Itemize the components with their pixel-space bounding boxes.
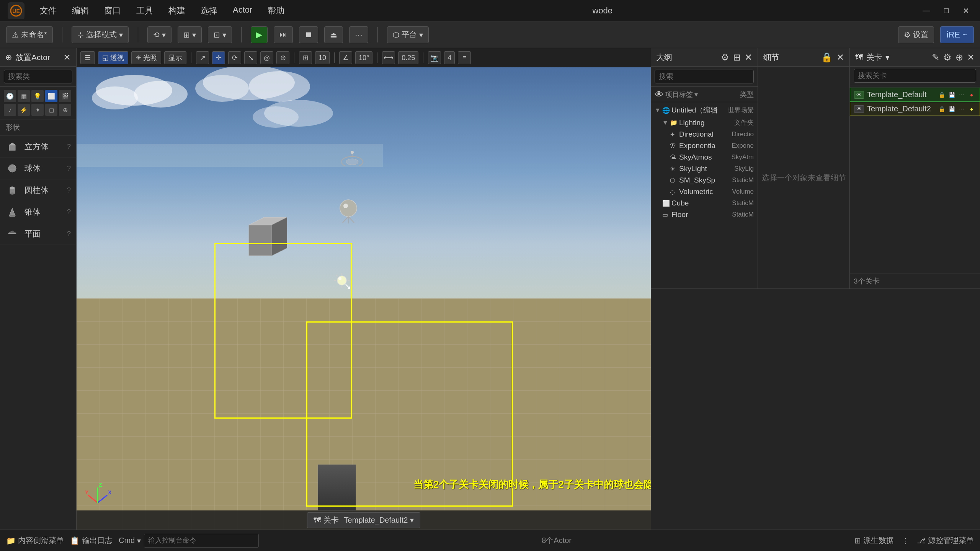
tree-item-skylight[interactable]: ☀ SkyLight SkyLig	[651, 163, 758, 174]
menu-file[interactable]: 文件	[40, 5, 57, 16]
transform-mode-icon[interactable]: ◎	[260, 51, 273, 64]
viewport[interactable]: ☰ ◱ 透视 ☀ 光照 显示 ↗ ✛ ⟳ ⤡ ◎ ⊕ ⊞ 10	[77, 48, 651, 530]
close-outline-icon[interactable]: ✕	[745, 52, 752, 63]
viewport-show-button[interactable]: 显示	[164, 51, 186, 64]
level-settings-icon[interactable]: ⚙	[943, 52, 952, 63]
eject-button[interactable]: ⏏	[324, 26, 343, 43]
level-eye-1[interactable]: 👁	[854, 91, 864, 99]
ire-button[interactable]: iRE ~	[940, 26, 974, 43]
cylinder-help-icon[interactable]: ?	[67, 186, 71, 194]
tree-item-volumetric[interactable]: ◌ Volumetric Volume	[651, 186, 758, 197]
level-save-2[interactable]: 💾	[947, 105, 956, 113]
level-item-template-default2[interactable]: 👁 Template_Default2 🔒 💾 ⋯ ●	[850, 102, 980, 116]
level-eye-2[interactable]: 👁	[854, 105, 864, 113]
content-browser-button[interactable]: 📁 内容侧滑菜单	[6, 535, 64, 546]
viewport-menu-button[interactable]: ☰	[80, 51, 95, 64]
minimize-button[interactable]: —	[920, 6, 933, 15]
level-more-2[interactable]: ⋯	[957, 105, 966, 113]
category-more[interactable]: ⊕	[59, 104, 71, 116]
category-triggers[interactable]: ⚡	[18, 104, 30, 116]
category-lights[interactable]: 💡	[31, 90, 44, 102]
platform-selector[interactable]: ⬡ 平台 ▾	[387, 26, 429, 43]
menu-tools[interactable]: 工具	[136, 5, 153, 16]
viewport-lighting-button[interactable]: ☀ 光照	[131, 51, 161, 64]
save-button[interactable]: ⚠ 未命名*	[6, 26, 53, 43]
grid-icon[interactable]: ⊞	[299, 51, 312, 64]
close-level-icon[interactable]: ✕	[967, 52, 975, 63]
menu-select[interactable]: 选择	[201, 5, 217, 16]
source-control-button[interactable]: ⎇ 源控管理菜单	[917, 535, 974, 546]
level-lock-1[interactable]: 🔒	[938, 91, 946, 99]
category-recent[interactable]: 🕐	[4, 90, 16, 102]
menu-actor[interactable]: Actor	[233, 5, 252, 16]
scale-icon-vp[interactable]: ⟷	[382, 51, 395, 64]
shape-cube[interactable]: 立方体 ?	[0, 136, 76, 158]
tree-item-skyatmos[interactable]: 🌤 SkyAtmos SkyAtm	[651, 152, 758, 163]
category-basic[interactable]: ▦	[18, 90, 30, 102]
mode-selector[interactable]: ⊹ 选择模式 ▾	[72, 26, 129, 43]
tree-item-untitled[interactable]: ▼ 🌐 Untitled（编辑 世界场景	[651, 104, 758, 117]
category-visual[interactable]: ✦	[31, 104, 44, 116]
more-options-button[interactable]: ⋮	[902, 536, 909, 545]
shape-cone[interactable]: 锥体 ?	[0, 201, 76, 223]
category-box[interactable]: ◻	[45, 104, 57, 116]
tree-item-smskysp[interactable]: ⬡ SM_SkySp StaticM	[651, 174, 758, 186]
level-dropdown-arrow[interactable]: ▾	[885, 53, 890, 62]
scale-icon[interactable]: ⤡	[244, 51, 257, 64]
cmd-input[interactable]	[144, 534, 259, 548]
cone-help-icon[interactable]: ?	[67, 208, 71, 216]
step-button[interactable]: ⏭	[274, 26, 293, 43]
level-search-input[interactable]	[854, 69, 976, 83]
level-add-icon[interactable]: ⊕	[956, 52, 963, 63]
outline-settings-icon[interactable]: ⚙	[721, 52, 729, 63]
play-button[interactable]: ▶	[251, 26, 268, 43]
category-cinema[interactable]: 🎬	[59, 90, 71, 102]
tree-item-cube[interactable]: ⬜ Cube StaticM	[651, 197, 758, 209]
select-mode-icon[interactable]: ↗	[196, 51, 209, 64]
tree-item-exponential[interactable]: 🌫 Exponentia Expone	[651, 140, 758, 152]
output-log-button[interactable]: 📋 输出日志	[70, 535, 113, 546]
play-more-button[interactable]: ⋯	[349, 26, 368, 43]
menu-edit[interactable]: 编辑	[72, 5, 89, 16]
menu-help[interactable]: 帮助	[268, 5, 284, 16]
tree-item-directional[interactable]: ✦ Directional Directio	[651, 129, 758, 140]
derived-data-button[interactable]: ⊞ 派生数据	[854, 535, 894, 546]
category-audio[interactable]: ♪	[4, 104, 16, 116]
stop-button[interactable]: ⏹	[299, 26, 318, 43]
close-button[interactable]: ✕	[960, 6, 972, 15]
close-left-panel-icon[interactable]: ✕	[63, 52, 71, 63]
details-lock-icon[interactable]: 🔒	[821, 52, 833, 63]
outline-search-input[interactable]	[655, 70, 754, 83]
search-input[interactable]	[4, 70, 72, 83]
level-item-template-default[interactable]: 👁 Template_Default 🔒 💾 ⋯ ●	[850, 88, 980, 102]
outline-more-icon[interactable]: ⊞	[733, 52, 741, 63]
translate-icon[interactable]: ✛	[212, 51, 225, 64]
level-save-1[interactable]: 💾	[947, 91, 956, 99]
rotate-icon[interactable]: ⟳	[228, 51, 241, 64]
level-pencil-icon[interactable]: ✎	[932, 52, 939, 63]
close-details-icon[interactable]: ✕	[836, 52, 844, 63]
camera-settings-icon[interactable]: ≡	[458, 51, 471, 64]
angle-icon[interactable]: ∠	[339, 51, 352, 64]
category-shapes[interactable]: ⬜	[45, 90, 57, 102]
tree-item-floor[interactable]: ▭ Floor StaticM	[651, 209, 758, 220]
view-dropdown[interactable]: ⊡ ▾	[208, 26, 232, 43]
cube-help-icon[interactable]: ?	[67, 143, 71, 151]
level-lock-2[interactable]: 🔒	[938, 105, 946, 113]
tree-item-lighting[interactable]: ▼ 📁 Lighting 文件夹	[651, 117, 758, 129]
shape-cylinder[interactable]: 圆柱体 ?	[0, 179, 76, 201]
transform-dropdown[interactable]: ⟲ ▾	[147, 26, 172, 43]
maximize-button[interactable]: □	[940, 6, 952, 15]
sphere-help-icon[interactable]: ?	[67, 165, 71, 173]
level-button[interactable]: 🗺 关卡 Template_Default2 ▾	[307, 512, 421, 528]
cmd-button[interactable]: Cmd ▾	[119, 536, 141, 545]
menu-window[interactable]: 窗口	[104, 5, 121, 16]
viewport-perspective-button[interactable]: ◱ 透视	[98, 51, 128, 64]
snap-surface-icon[interactable]: ⊕	[276, 51, 289, 64]
shape-plane[interactable]: 平面 ?	[0, 223, 76, 245]
settings-button[interactable]: ⚙ 设置	[898, 26, 934, 43]
snap-dropdown[interactable]: ⊞ ▾	[178, 26, 202, 43]
shape-sphere[interactable]: 球体 ?	[0, 158, 76, 179]
camera-icon[interactable]: 📷	[428, 51, 441, 64]
plane-help-icon[interactable]: ?	[67, 230, 71, 238]
